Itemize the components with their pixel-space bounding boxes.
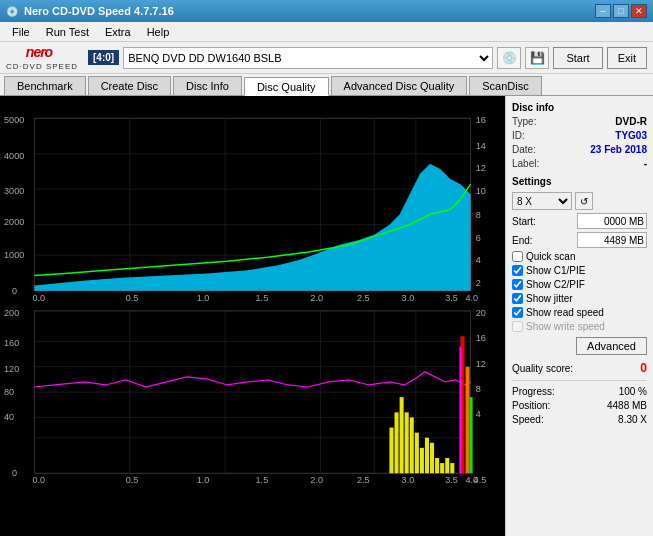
tabs: Benchmark Create Disc Disc Info Disc Qua… bbox=[0, 74, 653, 96]
svg-text:16: 16 bbox=[476, 115, 486, 125]
charts-svg: 5000 4000 3000 2000 1000 0 16 14 12 10 8… bbox=[4, 100, 501, 532]
tab-advanced-disc-quality[interactable]: Advanced Disc Quality bbox=[331, 76, 468, 95]
svg-rect-81 bbox=[420, 448, 424, 473]
svg-text:4000: 4000 bbox=[4, 151, 24, 161]
svg-text:8: 8 bbox=[476, 384, 481, 394]
svg-text:4: 4 bbox=[476, 255, 481, 265]
menu-help[interactable]: Help bbox=[139, 24, 178, 40]
tab-scandisc[interactable]: ScanDisc bbox=[469, 76, 541, 95]
svg-text:1.5: 1.5 bbox=[256, 475, 269, 485]
tab-create-disc[interactable]: Create Disc bbox=[88, 76, 171, 95]
svg-rect-80 bbox=[415, 433, 419, 474]
disc-date-row: Date: 23 Feb 2018 bbox=[512, 144, 647, 155]
speed-row: 8 X Maximum 4 X ↺ bbox=[512, 192, 647, 210]
svg-text:0.5: 0.5 bbox=[126, 475, 139, 485]
svg-rect-83 bbox=[430, 443, 434, 473]
end-row: End: bbox=[512, 232, 647, 248]
svg-text:1.5: 1.5 bbox=[256, 293, 269, 303]
svg-rect-82 bbox=[425, 438, 429, 474]
maximize-button[interactable]: □ bbox=[613, 4, 629, 18]
jitter-checkbox[interactable] bbox=[512, 293, 523, 304]
exit-button[interactable]: Exit bbox=[607, 47, 647, 69]
speed-select[interactable]: 8 X Maximum 4 X bbox=[512, 192, 572, 210]
svg-text:2.0: 2.0 bbox=[310, 475, 323, 485]
readspeed-checkbox[interactable] bbox=[512, 307, 523, 318]
toolbar-disc-icon[interactable]: 💿 bbox=[497, 47, 521, 69]
readspeed-row: Show read speed bbox=[512, 307, 647, 318]
tab-disc-info[interactable]: Disc Info bbox=[173, 76, 242, 95]
right-panel: Disc info Type: DVD-R ID: TYG03 Date: 23… bbox=[505, 96, 653, 536]
start-row: Start: bbox=[512, 213, 647, 229]
menu-extra[interactable]: Extra bbox=[97, 24, 139, 40]
progress-row: Progress: 100 % bbox=[512, 386, 647, 397]
svg-rect-78 bbox=[405, 412, 409, 473]
svg-text:0.0: 0.0 bbox=[32, 475, 45, 485]
svg-rect-79 bbox=[410, 417, 414, 473]
svg-text:4: 4 bbox=[476, 409, 481, 419]
c2pif-label: Show C2/PIF bbox=[526, 279, 585, 290]
progress-value: 100 % bbox=[619, 386, 647, 397]
speed-label-bottom: Speed: bbox=[512, 414, 544, 425]
settings-title: Settings bbox=[512, 176, 647, 187]
svg-text:16: 16 bbox=[476, 333, 486, 343]
svg-text:3.0: 3.0 bbox=[402, 293, 415, 303]
svg-rect-90 bbox=[470, 397, 473, 473]
c1pie-label: Show C1/PIE bbox=[526, 265, 585, 276]
svg-text:2000: 2000 bbox=[4, 217, 24, 227]
nero-logo: nero bbox=[26, 44, 52, 60]
c2pif-row: Show C2/PIF bbox=[512, 279, 647, 290]
svg-text:0: 0 bbox=[12, 286, 17, 296]
svg-rect-84 bbox=[435, 458, 439, 473]
svg-rect-75 bbox=[389, 428, 393, 474]
jitter-label: Show jitter bbox=[526, 293, 573, 304]
writespeed-checkbox[interactable] bbox=[512, 321, 523, 332]
charts-panel: 5000 4000 3000 2000 1000 0 16 14 12 10 8… bbox=[0, 96, 505, 536]
end-label: End: bbox=[512, 235, 533, 246]
c1pie-checkbox[interactable] bbox=[512, 265, 523, 276]
quickscan-checkbox[interactable] bbox=[512, 251, 523, 262]
minimize-button[interactable]: – bbox=[595, 4, 611, 18]
drive-badge: [4:0] bbox=[88, 50, 119, 65]
toolbar-save-icon[interactable]: 💾 bbox=[525, 47, 549, 69]
svg-rect-77 bbox=[400, 397, 404, 473]
drive-select[interactable]: BENQ DVD DD DW1640 BSLB bbox=[123, 47, 493, 69]
svg-text:8: 8 bbox=[476, 210, 481, 220]
svg-text:4.5: 4.5 bbox=[474, 475, 487, 485]
quality-score-row: Quality score: 0 bbox=[512, 361, 647, 375]
disc-type-value: DVD-R bbox=[615, 116, 647, 127]
svg-text:40: 40 bbox=[4, 412, 14, 422]
start-button[interactable]: Start bbox=[553, 47, 602, 69]
svg-text:12: 12 bbox=[476, 163, 486, 173]
svg-text:6: 6 bbox=[476, 233, 481, 243]
main-content: 5000 4000 3000 2000 1000 0 16 14 12 10 8… bbox=[0, 96, 653, 536]
tab-benchmark[interactable]: Benchmark bbox=[4, 76, 86, 95]
c1pie-row: Show C1/PIE bbox=[512, 265, 647, 276]
quickscan-label: Quick scan bbox=[526, 251, 575, 262]
svg-text:2.5: 2.5 bbox=[357, 293, 370, 303]
disc-info-title: Disc info bbox=[512, 102, 647, 113]
disc-type-label: Type: bbox=[512, 116, 536, 127]
tab-disc-quality[interactable]: Disc Quality bbox=[244, 77, 329, 96]
svg-text:3.5: 3.5 bbox=[445, 475, 458, 485]
svg-text:2: 2 bbox=[476, 278, 481, 288]
svg-rect-76 bbox=[395, 412, 399, 473]
svg-rect-89 bbox=[466, 367, 470, 474]
disc-date-label: Date: bbox=[512, 144, 536, 155]
end-input[interactable] bbox=[577, 232, 647, 248]
speed-value-bottom: 8.30 X bbox=[618, 414, 647, 425]
nero-logo-sub: CD·DVD SPEED bbox=[6, 62, 78, 71]
svg-text:0.0: 0.0 bbox=[32, 293, 45, 303]
menu-run-test[interactable]: Run Test bbox=[38, 24, 97, 40]
refresh-button[interactable]: ↺ bbox=[575, 192, 593, 210]
start-input[interactable] bbox=[577, 213, 647, 229]
menu-file[interactable]: File bbox=[4, 24, 38, 40]
advanced-button[interactable]: Advanced bbox=[576, 337, 647, 355]
position-row: Position: 4488 MB bbox=[512, 400, 647, 411]
writespeed-row: Show write speed bbox=[512, 321, 647, 332]
c2pif-checkbox[interactable] bbox=[512, 279, 523, 290]
svg-text:3.5: 3.5 bbox=[445, 293, 458, 303]
close-button[interactable]: ✕ bbox=[631, 4, 647, 18]
window-title: Nero CD-DVD Speed 4.7.7.16 bbox=[24, 5, 174, 17]
toolbar: nero CD·DVD SPEED [4:0] BENQ DVD DD DW16… bbox=[0, 42, 653, 74]
disc-type-row: Type: DVD-R bbox=[512, 116, 647, 127]
